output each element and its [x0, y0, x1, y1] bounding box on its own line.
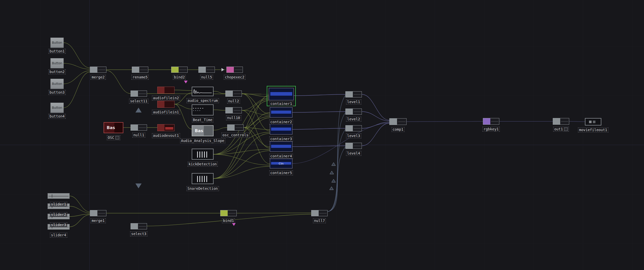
node-label-chopexec2[interactable]: chopexec2	[224, 75, 245, 80]
node-label-out1[interactable]: out1	[553, 127, 569, 132]
node-wire[interactable]	[174, 90, 192, 91]
node-merge1[interactable]	[90, 210, 106, 216]
node-audiodevout1[interactable]	[157, 124, 174, 131]
node-label-SnareDetection[interactable]: SnareDetection	[186, 186, 219, 191]
node-select11[interactable]	[131, 91, 147, 97]
node-label-container1[interactable]: container1	[269, 101, 293, 106]
node-viewer-flag[interactable]	[564, 128, 568, 131]
node-button3[interactable]: Button	[50, 79, 64, 89]
node-label-null7[interactable]: null7	[313, 218, 326, 223]
node-SnareDetection[interactable]	[192, 173, 214, 184]
node-container3[interactable]	[270, 124, 292, 134]
node-null10[interactable]	[225, 107, 242, 113]
node-label-container2[interactable]: container2	[269, 120, 293, 124]
network-canvas[interactable]: Buttonbutton1Buttonbutton2Buttonbutton3B…	[0, 0, 644, 270]
node-label-button1[interactable]: button1	[48, 49, 66, 54]
node-audiofilein1[interactable]	[157, 101, 174, 108]
node-label-osc_controls[interactable]: osc_controls	[221, 133, 249, 138]
node-wire[interactable]	[328, 147, 345, 212]
node-label-rename5[interactable]: rename5	[131, 75, 149, 80]
node-null1[interactable]	[131, 124, 147, 131]
node-container4[interactable]	[270, 141, 292, 152]
node-label-select11[interactable]: select11	[129, 99, 148, 104]
node-container2[interactable]	[270, 107, 292, 118]
node-moviefileout1[interactable]	[585, 118, 601, 125]
node-label-Audio_Analysis_Slope[interactable]: Audio_Analysis_Slope	[180, 138, 225, 143]
node-label-container4[interactable]: container4	[269, 154, 293, 159]
node-wire[interactable]	[362, 112, 389, 121]
node-label-merge1[interactable]: merge1	[91, 218, 106, 223]
node-label-button2[interactable]: button2	[48, 69, 66, 74]
node-null2[interactable]	[225, 91, 242, 97]
node-label-null1[interactable]: null1	[132, 133, 145, 138]
node-wire[interactable]	[106, 70, 131, 94]
node-label-audio_spectrum[interactable]: audio_spectrum	[186, 98, 219, 103]
node-wire[interactable]	[362, 123, 389, 146]
node-label-kickDetection[interactable]: kickDetection	[188, 162, 218, 167]
node-wire[interactable]	[244, 95, 269, 128]
node-rename5[interactable]	[132, 67, 148, 73]
node-wire[interactable]	[569, 121, 585, 122]
node-wire[interactable]	[242, 94, 270, 131]
node-bind2[interactable]	[171, 67, 188, 73]
node-label-container3[interactable]: container3	[269, 137, 293, 141]
node-Beat_Time[interactable]	[192, 104, 214, 115]
node-wire[interactable]	[64, 43, 90, 68]
node-audiofilein2[interactable]	[157, 87, 174, 94]
node-container1[interactable]	[269, 88, 294, 100]
node-label-null10[interactable]: null10	[226, 115, 241, 120]
node-label-OSC[interactable]: OSC	[107, 135, 120, 140]
node-label-Beat_Time[interactable]: Beat_Time	[192, 118, 214, 122]
node-wire[interactable]	[237, 213, 311, 213]
node-rgbkey1[interactable]	[483, 118, 499, 125]
node-comp1[interactable]	[389, 118, 407, 125]
node-label-bind2[interactable]: bind2	[173, 75, 186, 80]
node-level2[interactable]	[345, 109, 362, 115]
node-audio_spectrum[interactable]	[192, 87, 214, 96]
node-label-select3[interactable]: select3	[130, 231, 147, 236]
node-button1[interactable]: Button	[50, 38, 64, 48]
node-bind1[interactable]	[220, 210, 237, 216]
node-wire[interactable]	[292, 112, 345, 112]
node-OSC[interactable]: Bas	[104, 122, 123, 133]
node-label-rgbkey1[interactable]: rgbkey1	[482, 127, 500, 132]
node-wire[interactable]	[214, 110, 225, 110]
node-label-audiofilein1[interactable]: audiofilein1	[152, 110, 180, 115]
node-wire[interactable]	[64, 63, 90, 69]
node-out1[interactable]	[553, 118, 569, 125]
node-label-null2[interactable]: null2	[227, 99, 240, 104]
node-label-level1[interactable]: level1	[346, 100, 361, 104]
node-level3[interactable]	[345, 125, 362, 131]
node-null7[interactable]	[311, 210, 328, 216]
node-label-container5[interactable]: container5	[269, 170, 293, 175]
node-wire[interactable]	[242, 110, 270, 115]
node-label-merge2[interactable]: merge2	[91, 75, 106, 80]
node-label-audiodevout1[interactable]: audiodevout1	[152, 133, 180, 138]
node-wire[interactable]	[362, 122, 389, 128]
node-wire[interactable]	[407, 121, 483, 122]
node-wire[interactable]	[64, 71, 90, 84]
node-wire[interactable]	[292, 128, 345, 129]
node-viewer-flag[interactable]	[115, 136, 119, 139]
node-button4[interactable]: Button	[50, 103, 64, 113]
node-wire[interactable]	[292, 146, 345, 147]
node-label-slider3[interactable]: slider3	[50, 222, 67, 227]
node-merge2[interactable]	[90, 67, 106, 73]
node-label-audiofilein2[interactable]: audiofilein2	[152, 96, 180, 101]
node-label-level2[interactable]: level2	[346, 117, 361, 122]
node-container5[interactable]: Ctn	[270, 159, 292, 168]
node-label-comp1[interactable]: comp1	[391, 127, 404, 132]
node-label-slider2[interactable]: slider2	[50, 212, 67, 217]
node-level1[interactable]	[345, 91, 362, 97]
node-button2[interactable]: Button	[50, 58, 64, 68]
node-wire[interactable]	[214, 91, 225, 94]
node-chopexec2[interactable]	[226, 67, 243, 73]
node-label-slider1[interactable]: slider1	[50, 202, 67, 207]
node-label-level3[interactable]: level3	[346, 133, 361, 138]
node-null5[interactable]	[198, 67, 215, 73]
node-osc_controls[interactable]	[227, 124, 244, 131]
node-select3[interactable]	[131, 223, 147, 229]
node-level4[interactable]	[345, 143, 362, 149]
node-label-button3[interactable]: button3	[48, 90, 66, 95]
node-label-slider4[interactable]: slider4	[50, 233, 67, 238]
